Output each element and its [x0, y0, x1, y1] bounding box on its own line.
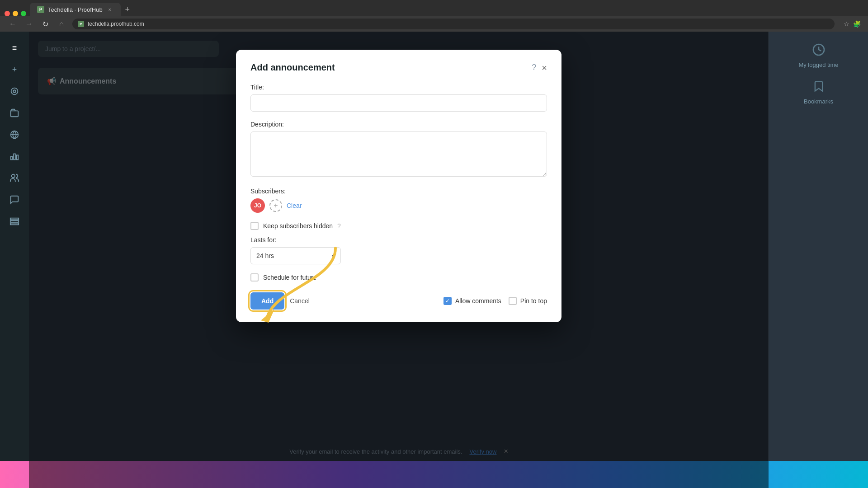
description-form-group: Description: [250, 121, 547, 178]
allow-comments-checkbox[interactable]: ✓ [443, 297, 452, 305]
modal-close-button[interactable]: × [542, 63, 547, 72]
keep-hidden-help-icon[interactable]: ? [337, 222, 341, 230]
sidebar-chat-icon[interactable] [5, 191, 24, 209]
schedule-future-row: Schedule for future [250, 273, 547, 282]
bookmark-icon [810, 77, 828, 95]
sidebar-menu-icon[interactable]: ≡ [5, 39, 24, 57]
add-announcement-modal: Add announcement ? × Title: Description: [236, 50, 561, 322]
subscribers-row: JO + Clear [250, 198, 547, 213]
modal-help-icon[interactable]: ? [532, 63, 536, 72]
sidebar-users-icon[interactable] [5, 169, 24, 187]
app-layout: ≡ + [0, 32, 868, 488]
sidebar-folder-icon[interactable] [5, 104, 24, 122]
right-sidebar: My logged time Bookmarks [769, 32, 868, 488]
new-tab-button[interactable]: + [121, 3, 134, 16]
lasts-for-form-group: Lasts for: 24 hrs 48 hrs 72 hrs 1 week F… [250, 236, 547, 264]
url-bar[interactable]: P techdella.proofhub.com [72, 19, 835, 29]
svg-rect-4 [11, 156, 13, 160]
browser-actions: ☆ 🧩 [844, 20, 861, 28]
keep-hidden-row: Keep subscribers hidden ? [250, 222, 547, 230]
title-input[interactable] [250, 94, 547, 112]
svg-point-1 [13, 90, 16, 93]
pin-to-top-checkbox[interactable] [509, 297, 517, 305]
duration-select[interactable]: 24 hrs 48 hrs 72 hrs 1 week Forever [250, 247, 341, 264]
svg-rect-10 [10, 223, 19, 225]
svg-point-0 [11, 88, 18, 95]
tab-bar: P Techdella · ProofHub × + [0, 0, 868, 16]
modal-header: Add announcement ? × [250, 62, 547, 73]
address-bar: ← → ↻ ⌂ P techdella.proofhub.com ☆ 🧩 [0, 16, 868, 32]
allow-comments-label: Allow comments [455, 297, 501, 305]
tab-title: Techdella · ProofHub [48, 6, 103, 13]
svg-rect-8 [10, 218, 19, 220]
extensions-icon[interactable]: 🧩 [853, 20, 861, 28]
minimize-window-button[interactable] [13, 11, 18, 16]
svg-point-7 [12, 174, 15, 178]
sidebar-chart-icon[interactable] [5, 147, 24, 165]
modal-backdrop: Add announcement ? × Title: Description: [29, 32, 769, 488]
sidebar-settings-icon[interactable] [5, 212, 24, 230]
clear-subscribers-button[interactable]: Clear [287, 202, 302, 209]
description-input[interactable] [250, 131, 547, 177]
bookmark-star-icon[interactable]: ☆ [844, 20, 849, 28]
content-area: Jump to a project/... 📢 Announcements Ad… [29, 32, 769, 488]
subscribers-form-group: Subscribers: JO + Clear [250, 188, 547, 213]
duration-select-wrapper: 24 hrs 48 hrs 72 hrs 1 week Forever [250, 247, 341, 264]
refresh-button[interactable]: ↻ [40, 20, 51, 28]
svg-rect-9 [10, 221, 19, 222]
lasts-for-label: Lasts for: [250, 236, 547, 244]
modal-footer: Add Cancel ✓ Allow comments Pin to top [250, 292, 547, 310]
pin-to-top-label: Pin to top [520, 297, 547, 305]
sidebar-home-icon[interactable] [5, 82, 24, 100]
keep-hidden-label: Keep subscribers hidden [263, 222, 333, 230]
sidebar: ≡ + [0, 32, 29, 488]
add-subscriber-button[interactable]: + [269, 199, 282, 212]
forward-button[interactable]: → [24, 20, 34, 28]
traffic-lights [5, 11, 26, 16]
svg-marker-11 [261, 309, 274, 323]
svg-rect-2 [11, 111, 19, 117]
schedule-future-label: Schedule for future [263, 274, 316, 281]
home-button[interactable]: ⌂ [56, 20, 67, 28]
title-label: Title: [250, 84, 547, 91]
svg-rect-6 [17, 155, 19, 160]
subscribers-label: Subscribers: [250, 188, 547, 195]
keep-hidden-checkbox[interactable] [250, 222, 259, 230]
schedule-future-checkbox[interactable] [250, 273, 259, 282]
sidebar-add-icon[interactable]: + [5, 61, 24, 79]
url-text: techdella.proofhub.com [88, 21, 144, 27]
pin-to-top-row: Pin to top [509, 297, 547, 305]
add-button[interactable]: Add [250, 292, 284, 310]
tab-close-button[interactable]: × [106, 6, 113, 13]
browser-chrome: P Techdella · ProofHub × + ← → ↻ ⌂ P tec… [0, 0, 868, 32]
back-button[interactable]: ← [7, 20, 18, 28]
sidebar-globe-icon[interactable] [5, 126, 24, 144]
svg-rect-5 [14, 154, 15, 160]
clock-icon [810, 41, 828, 59]
cancel-button[interactable]: Cancel [290, 297, 310, 305]
modal-header-actions: ? × [532, 63, 547, 72]
description-label: Description: [250, 121, 547, 128]
maximize-window-button[interactable] [21, 11, 26, 16]
logged-time-label: My logged time [798, 61, 838, 68]
url-favicon: P [78, 21, 84, 27]
active-tab[interactable]: P Techdella · ProofHub × [30, 3, 121, 16]
right-sidebar-bookmarks[interactable]: Bookmarks [804, 77, 833, 105]
tab-favicon: P [37, 6, 44, 13]
allow-comments-row: ✓ Allow comments [443, 297, 501, 305]
footer-right-options: ✓ Allow comments Pin to top [443, 297, 547, 305]
close-window-button[interactable] [5, 11, 10, 16]
right-sidebar-logged-time[interactable]: My logged time [798, 41, 838, 68]
subscriber-avatar-jo[interactable]: JO [250, 198, 265, 213]
bookmarks-label: Bookmarks [804, 98, 833, 105]
title-form-group: Title: [250, 84, 547, 112]
modal-title: Add announcement [250, 62, 335, 73]
